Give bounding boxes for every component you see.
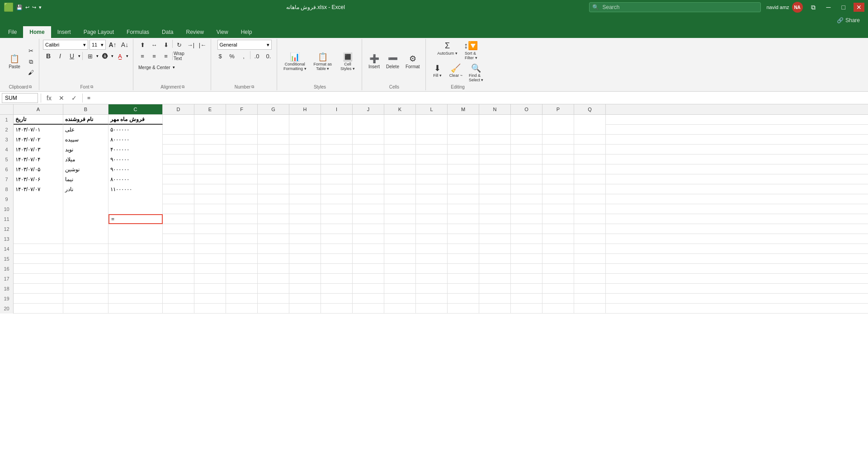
cell-G3[interactable] (258, 135, 289, 145)
row-num-1[interactable]: 1 (0, 115, 14, 125)
row-num-18[interactable]: 18 (0, 284, 14, 294)
cell-P13[interactable] (542, 234, 574, 244)
cell-J17[interactable] (353, 274, 384, 284)
cell-P19[interactable] (542, 294, 574, 304)
cell-Q18[interactable] (574, 284, 606, 294)
cell-F6[interactable] (226, 164, 258, 174)
cell-N20[interactable] (479, 304, 511, 314)
row-num-6[interactable]: 6 (0, 164, 14, 174)
col-header-J[interactable]: J (353, 104, 384, 114)
cell-A8[interactable]: ۱۴۰۳/۰۷/۰۷ (14, 184, 63, 194)
cell-G4[interactable] (258, 145, 289, 155)
cell-D1[interactable] (163, 115, 194, 125)
row-num-9[interactable]: 9 (0, 194, 14, 204)
cell-M19[interactable] (448, 294, 479, 304)
font-name-dropdown[interactable]: Calibri ▾ (43, 40, 88, 50)
cell-L12[interactable] (416, 224, 448, 234)
borders-dropdown[interactable]: ▾ (96, 54, 99, 58)
cell-O17[interactable] (511, 274, 542, 284)
col-header-M[interactable]: M (448, 104, 479, 114)
cell-K2[interactable] (384, 125, 416, 135)
cell-A11[interactable] (14, 214, 63, 224)
cell-O16[interactable] (511, 264, 542, 274)
cell-P2[interactable] (542, 125, 574, 135)
cell-H18[interactable] (289, 284, 321, 294)
cell-F7[interactable] (226, 174, 258, 184)
indent-increase-btn[interactable]: →| (185, 40, 196, 50)
tab-page-layout[interactable]: Page Layout (77, 26, 120, 38)
cell-P18[interactable] (542, 284, 574, 294)
cell-E20[interactable] (194, 304, 226, 314)
cell-F18[interactable] (226, 284, 258, 294)
cell-L20[interactable] (416, 304, 448, 314)
cell-Q1[interactable] (574, 115, 606, 125)
cell-D2[interactable] (163, 125, 194, 135)
cell-C17[interactable] (108, 274, 163, 284)
cell-O20[interactable] (511, 304, 542, 314)
row-num-14[interactable]: 14 (0, 244, 14, 254)
cell-C18[interactable] (108, 284, 163, 294)
row-num-13[interactable]: 13 (0, 234, 14, 244)
cell-P10[interactable] (542, 204, 574, 214)
cell-H16[interactable] (289, 264, 321, 274)
cell-H15[interactable] (289, 254, 321, 264)
cell-N15[interactable] (479, 254, 511, 264)
cell-J16[interactable] (353, 264, 384, 274)
cell-A6[interactable]: ۱۴۰۳/۰۷/۰۵ (14, 164, 63, 174)
col-header-O[interactable]: O (511, 104, 542, 114)
cell-M6[interactable] (448, 164, 479, 174)
cell-E10[interactable] (194, 204, 226, 214)
cell-H8[interactable] (289, 184, 321, 194)
cell-G11[interactable] (258, 214, 289, 224)
cell-N10[interactable] (479, 204, 511, 214)
cell-K11[interactable] (384, 214, 416, 224)
cell-E14[interactable] (194, 244, 226, 254)
cell-reference-box[interactable]: SUM (2, 93, 38, 103)
delete-btn[interactable]: ➖ Delete (383, 53, 402, 70)
cell-M4[interactable] (448, 145, 479, 155)
cell-N14[interactable] (479, 244, 511, 254)
cell-E18[interactable] (194, 284, 226, 294)
cell-Q12[interactable] (574, 224, 606, 234)
grid-container[interactable]: 1 تاریخ نام فروشنده فروش ماه مهر (0, 115, 868, 459)
cell-K7[interactable] (384, 174, 416, 184)
cell-C14[interactable] (108, 244, 163, 254)
cell-P4[interactable] (542, 145, 574, 155)
cell-B20[interactable] (63, 304, 108, 314)
cell-J10[interactable] (353, 204, 384, 214)
cell-styles-btn[interactable]: 🔳 CellStyles ▾ (336, 51, 359, 73)
row-num-3[interactable]: 3 (0, 135, 14, 145)
cell-A2[interactable]: ۱۴۰۳/۰۷/۰۱ (14, 125, 63, 135)
cell-Q13[interactable] (574, 234, 606, 244)
search-input[interactable] (593, 4, 750, 10)
cell-M2[interactable] (448, 125, 479, 135)
cell-L10[interactable] (416, 204, 448, 214)
cell-H19[interactable] (289, 294, 321, 304)
cell-H1[interactable] (289, 115, 321, 125)
cell-D10[interactable] (163, 204, 194, 214)
cell-K10[interactable] (384, 204, 416, 214)
cell-C8[interactable]: ۱۱۰۰۰۰۰۰ (108, 184, 163, 194)
cell-Q17[interactable] (574, 274, 606, 284)
cell-P20[interactable] (542, 304, 574, 314)
cell-M13[interactable] (448, 234, 479, 244)
bold-button[interactable]: B (43, 51, 54, 61)
cell-A7[interactable]: ۱۴۰۳/۰۷/۰۶ (14, 174, 63, 184)
decrease-decimal-btn[interactable]: 0. (263, 51, 274, 61)
cell-M20[interactable] (448, 304, 479, 314)
cell-C12[interactable] (108, 224, 163, 234)
cut-button[interactable]: ✂ (25, 46, 36, 56)
cell-H20[interactable] (289, 304, 321, 314)
cell-F9[interactable] (226, 194, 258, 204)
cell-O6[interactable] (511, 164, 542, 174)
comma-btn[interactable]: , (238, 51, 249, 61)
cell-I20[interactable] (321, 304, 353, 314)
col-header-G[interactable]: G (258, 104, 289, 114)
align-left-btn[interactable]: ≡ (137, 51, 148, 61)
cell-J2[interactable] (353, 125, 384, 135)
cell-I16[interactable] (321, 264, 353, 274)
cell-B3[interactable]: سپیده (63, 135, 108, 145)
cell-J5[interactable] (353, 155, 384, 164)
cell-Q19[interactable] (574, 294, 606, 304)
row-num-4[interactable]: 4 (0, 145, 14, 155)
